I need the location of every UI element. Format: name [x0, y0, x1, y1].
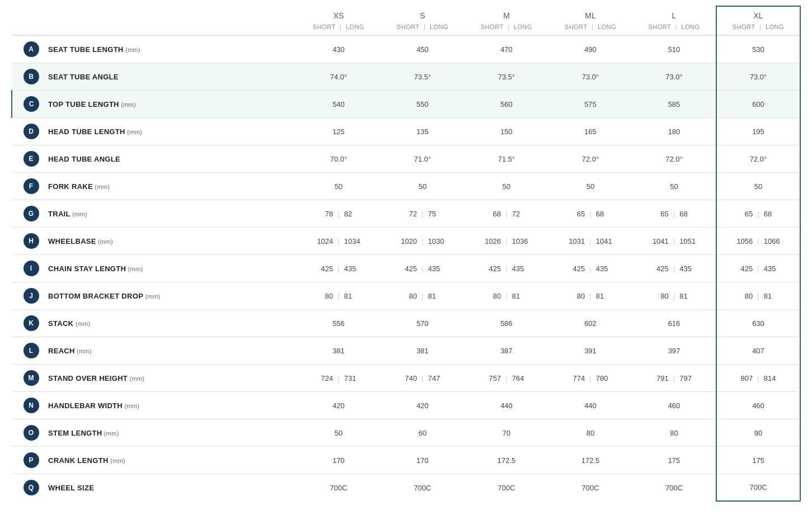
- table-row: CTOP TUBE LENGTH (mm)540550560575585600: [12, 91, 800, 118]
- value-cell: 381: [297, 337, 381, 365]
- row-badge: G: [24, 206, 39, 221]
- label-cell: CHAIN STAY LENGTH (mm): [44, 255, 297, 282]
- geometry-table-container: XS S M ML L XL SHORT | LONG SHORT | LONG…: [0, 0, 812, 515]
- value-cell: 700C: [716, 474, 800, 502]
- value-cell: 700C: [297, 474, 381, 502]
- label-cell: HANDLEBAR WIDTH (mm): [44, 392, 297, 419]
- value-cell: 74.0°: [297, 63, 381, 91]
- row-label: TRAIL (mm): [48, 210, 87, 218]
- row-label: SEAT TUBE LENGTH (mm): [48, 45, 140, 54]
- size-s: S: [381, 6, 464, 22]
- value-cell: 80: [548, 419, 632, 447]
- value-cell: 78|82: [297, 200, 381, 228]
- s-sl: SHORT | LONG: [381, 22, 464, 35]
- value-cell: 570: [381, 310, 464, 337]
- row-unit: (mm): [124, 46, 140, 53]
- value-cell: 72.0°: [716, 145, 800, 173]
- value-cell: 540: [297, 91, 381, 118]
- label-cell: SEAT TUBE ANGLE: [44, 63, 297, 91]
- value-cell: 602: [548, 310, 632, 337]
- value-cell: 600: [716, 91, 800, 118]
- size-m: M: [464, 6, 548, 22]
- table-body: ASEAT TUBE LENGTH (mm)430450470490510530…: [12, 35, 800, 501]
- value-cell: 70.0°: [297, 145, 381, 173]
- label-cell: STEM LENGTH (mm): [44, 419, 297, 447]
- value-cell: 50: [632, 173, 716, 200]
- value-cell: 791|797: [632, 365, 716, 392]
- row-unit: (mm): [126, 266, 143, 272]
- row-badge: F: [24, 178, 39, 194]
- row-unit: (mm): [119, 101, 136, 108]
- table-row: FFORK RAKE (mm)505050505050: [12, 173, 800, 200]
- row-label: WHEELBASE (mm): [48, 237, 113, 245]
- value-cell: 65|68: [632, 200, 716, 228]
- value-cell: 470: [464, 35, 548, 63]
- row-unit: (mm): [75, 348, 92, 355]
- table-row: BSEAT TUBE ANGLE74.0°73.5°73.5°73.0°73.0…: [12, 63, 800, 91]
- value-cell: 530: [716, 35, 800, 63]
- value-cell: 175: [716, 447, 800, 474]
- value-cell: 700C: [464, 474, 548, 502]
- row-unit: (mm): [96, 238, 113, 245]
- row-unit: (mm): [73, 320, 90, 327]
- row-label: REACH (mm): [48, 347, 92, 355]
- value-cell: 80|81: [548, 282, 632, 310]
- row-badge: L: [24, 343, 39, 358]
- label-cell: FORK RAKE (mm): [44, 173, 297, 200]
- value-cell: 73.0°: [632, 63, 716, 91]
- value-cell: 381: [381, 337, 464, 365]
- value-cell: 740|747: [381, 365, 464, 392]
- value-cell: 50: [297, 419, 381, 447]
- value-cell: 80|81: [297, 282, 381, 310]
- row-unit: (mm): [102, 430, 119, 437]
- table-row: KSTACK (mm)556570586602616630: [12, 310, 800, 337]
- xs-sl: SHORT | LONG: [297, 22, 381, 35]
- label-cell: REACH (mm): [44, 337, 297, 365]
- badge-cell: G: [12, 200, 44, 228]
- row-unit: (mm): [125, 129, 142, 135]
- value-cell: 425|435: [716, 255, 800, 282]
- value-cell: 80|81: [464, 282, 548, 310]
- xl-sl: SHORT | LONG: [716, 22, 800, 35]
- value-cell: 700C: [632, 474, 716, 502]
- size-ml: ML: [548, 6, 632, 22]
- badge-cell: B: [12, 63, 44, 91]
- value-cell: 425|435: [381, 255, 464, 282]
- value-cell: 68|72: [464, 200, 548, 228]
- row-unit: (mm): [123, 403, 139, 409]
- label-cell: STACK (mm): [44, 310, 297, 337]
- row-unit: (mm): [109, 457, 125, 464]
- value-cell: 80: [632, 419, 716, 447]
- value-cell: 80|81: [632, 282, 716, 310]
- row-label: STAND OVER HEIGHT (mm): [48, 374, 144, 382]
- row-badge: K: [24, 315, 39, 331]
- row-label: CRANK LENGTH (mm): [48, 456, 125, 465]
- value-cell: 50: [548, 173, 632, 200]
- value-cell: 70: [464, 419, 548, 447]
- table-row: NHANDLEBAR WIDTH (mm)420420440440460460: [12, 392, 800, 419]
- row-badge: M: [24, 370, 39, 386]
- row-badge: H: [24, 233, 39, 249]
- value-cell: 425|435: [548, 255, 632, 282]
- value-cell: 440: [548, 392, 632, 419]
- value-cell: 73.0°: [716, 63, 800, 91]
- table-row: GTRAIL (mm)78|8272|7568|7265|6865|6865|6…: [12, 200, 800, 228]
- value-cell: 72|75: [381, 200, 464, 228]
- row-label: STEM LENGTH (mm): [48, 429, 119, 437]
- value-cell: 50: [464, 173, 548, 200]
- ml-sl: SHORT | LONG: [548, 22, 632, 35]
- value-cell: 560: [464, 91, 548, 118]
- value-cell: 73.5°: [464, 63, 548, 91]
- badge-cell: L: [12, 337, 44, 365]
- value-cell: 150: [464, 118, 548, 145]
- value-cell: 460: [716, 392, 800, 419]
- row-unit: (mm): [143, 293, 160, 300]
- value-cell: 60: [381, 419, 464, 447]
- value-cell: 1056|1066: [716, 228, 800, 255]
- label-cell: TRAIL (mm): [44, 200, 297, 228]
- value-cell: 73.0°: [548, 63, 632, 91]
- row-badge: C: [24, 96, 39, 112]
- row-badge: B: [24, 69, 39, 84]
- value-cell: 125: [297, 118, 381, 145]
- value-cell: 1026|1036: [464, 228, 548, 255]
